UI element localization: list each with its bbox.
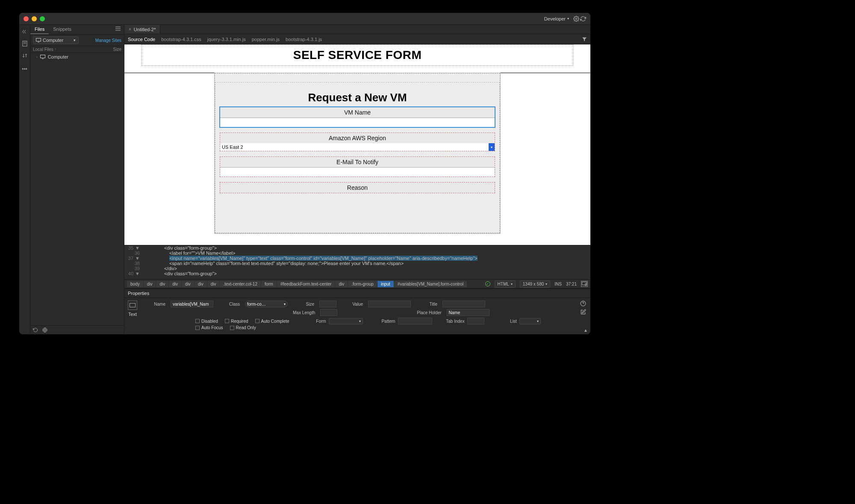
prop-form-label: Form bbox=[305, 319, 326, 324]
prop-title-input[interactable] bbox=[442, 301, 485, 307]
app-window: Developer ▾ ••• bbox=[19, 13, 590, 334]
tab-snippets[interactable]: Snippets bbox=[49, 25, 76, 34]
subnav-source-code[interactable]: Source Code bbox=[128, 37, 155, 42]
prop-name-input[interactable] bbox=[171, 301, 213, 307]
chk-autofocus[interactable]: Auto Focus bbox=[195, 325, 223, 330]
bc-div[interactable]: div bbox=[169, 281, 181, 287]
chk-disabled[interactable]: Disabled bbox=[195, 318, 218, 324]
code-selection: <input name="variables[VM_Name]" type="t… bbox=[169, 256, 478, 261]
subnav-bootstrap-js[interactable]: bootstrap-4.3.1.js bbox=[286, 37, 322, 42]
bc-div[interactable]: div bbox=[335, 281, 348, 287]
doc-tab-label: Untitled-2* bbox=[134, 27, 156, 32]
properties-title: Properties bbox=[124, 289, 590, 298]
code-text: <div class="form-group"> bbox=[143, 271, 217, 276]
globe-icon[interactable] bbox=[42, 327, 47, 333]
subnav-popper[interactable]: popper.min.js bbox=[252, 37, 280, 42]
prop-placeholder-input[interactable] bbox=[447, 309, 489, 316]
bc-feedbackform[interactable]: #feedbackForm.text-center bbox=[277, 281, 335, 287]
prop-list-label: List bbox=[495, 319, 517, 324]
code-text: <div class="form-group"> bbox=[143, 245, 217, 251]
help-icon[interactable] bbox=[580, 301, 586, 307]
code-text: <label for="">VM Name</label> bbox=[143, 251, 235, 256]
form-group-vmname[interactable]: VM Name bbox=[220, 107, 495, 127]
site-dropdown[interactable]: Computer ▾ bbox=[33, 36, 79, 44]
bc-col[interactable]: .text-center.col-12 bbox=[220, 281, 260, 287]
input-email[interactable] bbox=[220, 167, 495, 177]
filter-icon[interactable] bbox=[582, 37, 587, 42]
bc-div[interactable]: div bbox=[207, 281, 220, 287]
sidebar-menu-icon[interactable] bbox=[112, 25, 124, 34]
more-icon[interactable]: ••• bbox=[21, 66, 28, 73]
code-text: </div> bbox=[143, 266, 177, 271]
select-region[interactable]: US East 2 ▾ bbox=[220, 143, 495, 151]
prop-size-input[interactable] bbox=[319, 301, 336, 307]
col-local-files: Local Files bbox=[33, 47, 53, 52]
subnav-jquery[interactable]: jquery-3.3.1.min.js bbox=[207, 37, 246, 42]
sync-icon[interactable] bbox=[580, 16, 586, 22]
svg-rect-8 bbox=[130, 304, 136, 307]
tree-root[interactable]: › Computer bbox=[30, 53, 124, 61]
language-dropdown[interactable]: HTML▾ bbox=[495, 280, 516, 288]
bc-body[interactable]: body bbox=[127, 281, 143, 287]
bc-input[interactable]: input bbox=[377, 281, 394, 287]
input-vmname[interactable] bbox=[220, 118, 495, 127]
chevron-right-icon: › bbox=[36, 55, 38, 59]
sort-arrow-icon[interactable]: ↑ bbox=[55, 47, 56, 51]
sort-icon[interactable] bbox=[21, 52, 28, 59]
close-window-icon[interactable] bbox=[24, 16, 29, 21]
bc-form[interactable]: form bbox=[261, 281, 277, 287]
bc-div[interactable]: div bbox=[182, 281, 194, 287]
bc-div[interactable]: div bbox=[144, 281, 156, 287]
prop-maxlen-input[interactable] bbox=[320, 309, 337, 316]
settings-icon[interactable] bbox=[573, 16, 579, 22]
prop-tabindex-input[interactable] bbox=[467, 318, 484, 324]
select-arrow-icon: ▾ bbox=[489, 143, 495, 151]
workspace-dropdown[interactable]: Developer ▾ bbox=[544, 16, 569, 21]
tree-root-label: Computer bbox=[48, 54, 68, 59]
tab-files[interactable]: Files bbox=[30, 25, 49, 34]
bc-formgroup[interactable]: .form-group bbox=[348, 281, 377, 287]
label-region: Amazon AWS Region bbox=[220, 133, 495, 143]
prop-list-select[interactable]: ▾ bbox=[519, 318, 541, 324]
prop-value-input[interactable] bbox=[368, 301, 411, 307]
svg-rect-3 bbox=[40, 55, 45, 58]
manage-sites-link[interactable]: Manage Sites bbox=[95, 38, 121, 43]
line-num: 35 bbox=[128, 245, 133, 251]
prop-class-label: Class bbox=[218, 302, 240, 307]
live-preview[interactable]: SELF SERVICE FORM Request a New VM bbox=[124, 44, 590, 245]
refresh-icon[interactable] bbox=[33, 327, 38, 333]
zoom-window-icon[interactable] bbox=[40, 16, 45, 21]
page-header-banner: SELF SERVICE FORM bbox=[142, 44, 573, 66]
line-num: 37 bbox=[128, 256, 133, 261]
collapse-icon[interactable] bbox=[21, 28, 28, 35]
lint-ok-icon[interactable]: ✓ bbox=[485, 281, 490, 286]
chk-autocomplete[interactable]: Auto Complete bbox=[255, 318, 289, 324]
expand-panel-icon[interactable]: ▲ bbox=[584, 328, 588, 333]
code-view[interactable]: 35▼ <div class="form-group"> 36 <label f… bbox=[124, 245, 590, 279]
prop-pattern-label: Pattern bbox=[374, 319, 395, 324]
subnav-bootstrap-css[interactable]: bootstrap-4.3.1.css bbox=[161, 37, 201, 42]
viewport-size-dropdown[interactable]: 1349 x 580▾ bbox=[520, 280, 551, 288]
insert-mode: INS bbox=[554, 282, 562, 286]
prop-tabindex-label: Tab Index bbox=[443, 319, 465, 324]
quick-edit-icon[interactable] bbox=[580, 309, 586, 315]
bc-div[interactable]: div bbox=[156, 281, 168, 287]
close-tab-icon[interactable]: × bbox=[129, 27, 131, 32]
doc-tab-untitled[interactable]: × Untitled-2* bbox=[124, 25, 160, 34]
prop-pattern-input[interactable] bbox=[398, 318, 432, 324]
traffic-lights bbox=[24, 16, 45, 21]
bc-variables[interactable]: #variables[VM_Name].form-control bbox=[394, 281, 467, 287]
prop-form-select[interactable]: ▾ bbox=[329, 318, 363, 324]
prop-size-label: Size bbox=[293, 302, 314, 307]
line-num: 36 bbox=[135, 251, 140, 256]
cursor-position: 37:21 bbox=[566, 282, 577, 286]
label-reason: Reason bbox=[220, 183, 495, 193]
prop-class-select[interactable]: form-co…▾ bbox=[245, 301, 288, 307]
files-icon[interactable] bbox=[21, 40, 28, 47]
preview-device-icon[interactable] bbox=[581, 281, 588, 287]
chk-readonly[interactable]: Read Only bbox=[230, 325, 256, 330]
chk-required[interactable]: Required bbox=[225, 318, 248, 324]
bc-div[interactable]: div bbox=[195, 281, 207, 287]
tool-rail: ••• bbox=[19, 25, 30, 334]
minimize-window-icon[interactable] bbox=[32, 16, 37, 21]
